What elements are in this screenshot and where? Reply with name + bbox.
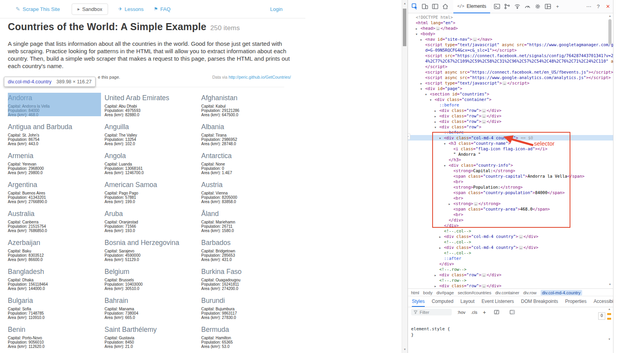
console-icon[interactable] (492, 2, 502, 11)
dom-tree-line[interactable]: </div> (408, 217, 613, 223)
dom-tree-line[interactable]: <script async src="https://connect.faceb… (408, 69, 613, 75)
dom-tree-line[interactable]: ▸<div class="col-md-4 country">…</div> (408, 245, 613, 250)
tab-computed[interactable]: Computed (432, 296, 453, 307)
expand-ellipsis-button[interactable]: … (482, 120, 486, 124)
tab-accessibility[interactable]: Accessibility (593, 296, 613, 307)
dom-tree-line[interactable]: ::after (408, 256, 613, 261)
new-style-rule-button[interactable]: + (483, 309, 486, 315)
dom-tree-line[interactable]: <span class="country-population">84000</… (408, 190, 613, 195)
element-style-rule-open[interactable]: element.style { (411, 326, 613, 332)
sources-icon[interactable] (502, 2, 512, 11)
more-tabs-button[interactable]: + (553, 4, 562, 9)
more-options-button[interactable]: ⋯ (584, 4, 593, 9)
expand-ellipsis-button[interactable]: … (519, 235, 523, 239)
dom-tree-line[interactable]: <!--.col--> (408, 228, 613, 234)
dom-tree-line[interactable]: ▸<script type="text/javascript">…</scrip… (408, 80, 613, 86)
dom-tree-line[interactable]: </h3> (408, 157, 613, 162)
activity-bar-icon[interactable] (430, 2, 440, 11)
nav-item-lessons[interactable]: ✈Lessons (118, 6, 143, 12)
dom-tree-line[interactable]: ▸<nav id="site-nav">…</nav> (408, 36, 613, 42)
styles-filter-input[interactable]: Filter (411, 309, 452, 315)
dom-tree-line[interactable]: <!--.row--> (408, 277, 613, 283)
breadcrumb-item[interactable]: section#countries (458, 290, 491, 295)
page-scrollbar[interactable]: ▲ ▼ (402, 0, 408, 353)
expand-ellipsis-button[interactable]: … (482, 109, 486, 113)
dom-tree-line[interactable]: 4%2C77%2C67%2C109%2C59%2C58%2C31%2C96%2C… (408, 58, 613, 64)
dom-tree-line[interactable]: <html lang="en"> (408, 20, 613, 25)
dom-tree-scrollbar[interactable]: ▲ ▼ (608, 14, 612, 287)
dom-tree-line[interactable]: <strong>Population:</strong> (408, 184, 613, 190)
expand-ellipsis-button[interactable]: … (474, 202, 478, 206)
dom-tree-line[interactable]: <!--.row--> (408, 267, 613, 272)
dom-tree-line[interactable]: <span class="country-area">468.0</span> (408, 206, 613, 212)
dom-tree-line[interactable]: ▾<div class="container"> (408, 97, 613, 102)
breadcrumb-item[interactable]: body (423, 290, 433, 295)
data-via-link[interactable]: http://peric.github.io/GetCountries/ (229, 75, 291, 79)
rendering-emulation-icon[interactable] (491, 308, 501, 317)
layout-icon[interactable] (543, 2, 553, 11)
dom-tree-line[interactable]: <br> (408, 212, 613, 217)
node-more-actions-button[interactable]: ⋯ (408, 133, 410, 140)
breadcrumb-item[interactable]: html (411, 290, 419, 295)
dom-tree-line[interactable]: ▸<div class="row">…</div> (408, 108, 613, 113)
dom-tree-line[interactable]: <!--.col--> (408, 250, 613, 256)
tab-dom-breakpoints[interactable]: DOM Breakpoints (521, 296, 558, 307)
brand-link[interactable]: ✎ Scrape This Site (16, 6, 60, 12)
tab-elements[interactable]: </> Elements (453, 0, 490, 13)
settings-icon[interactable] (532, 2, 543, 11)
close-devtools-button[interactable]: ✕ (603, 4, 613, 9)
scroll-down-icon[interactable]: ▼ (402, 347, 408, 352)
dom-tree-line[interactable]: ▸<div class="row">…</div> (408, 119, 613, 124)
dom-tree-line[interactable]: ▸<strong>…</strong> (408, 201, 613, 206)
breadcrumb-item[interactable]: div.row (523, 290, 536, 295)
dom-tree-line[interactable]: ▾<div id="page"> (408, 86, 613, 91)
expand-ellipsis-button[interactable]: … (482, 284, 486, 288)
breadcrumb-item[interactable]: div#page (437, 290, 454, 295)
dom-tree-line[interactable]: ::before (408, 130, 613, 135)
expand-ellipsis-button[interactable]: … (502, 81, 507, 85)
scroll-down-icon[interactable]: ▼ (608, 282, 612, 287)
dom-tree-line[interactable]: <script async src="https://www.google-an… (408, 75, 613, 80)
dom-tree-line[interactable]: ▾<body> (408, 31, 613, 36)
inspect-icon[interactable] (409, 2, 420, 11)
dom-tree-line[interactable]: ::before (408, 102, 613, 108)
page-scrollbar-thumb[interactable] (403, 9, 406, 46)
dom-tree-line[interactable]: ▸<div class="row">…</div> (408, 283, 613, 288)
class-toggle-button[interactable]: .cls (471, 310, 478, 315)
dom-tree-line[interactable]: <span class="country-capital">Andorra la… (408, 173, 613, 179)
dom-tree-line[interactable]: <br> (408, 179, 613, 184)
expand-arrow-icon[interactable]: ▸ (435, 284, 439, 288)
dom-tree-line[interactable]: </script> (408, 64, 613, 69)
dom-tree-line[interactable]: d=G-09N5RQCFG4&cx=c&_slc=1"></script> (408, 47, 613, 53)
dom-tree-line[interactable]: </div> (408, 223, 613, 228)
scroll-up-icon[interactable]: ▲ (402, 1, 408, 6)
dom-tree-line[interactable]: ▾<div class="country-info"> (408, 162, 613, 168)
dom-tree-line[interactable]: <i class="flag-icon flag-icon-ad"></i> (408, 146, 613, 151)
tab-styles[interactable]: Styles (412, 296, 425, 307)
expand-ellipsis-button[interactable]: … (436, 27, 440, 31)
dom-tree-line[interactable]: </div> (408, 261, 613, 267)
dom-tree-line[interactable]: <script src="https://connect.facebook.ne… (408, 53, 613, 58)
dom-tree-line[interactable]: <strong>Capital:</strong> (408, 168, 613, 173)
dom-tree-line[interactable]: ▸<div class="col-md-4 country">…</div> (408, 234, 613, 239)
breadcrumb-item[interactable]: div.col-md-4.country (541, 290, 582, 295)
expand-ellipsis-button[interactable]: … (482, 114, 486, 118)
expand-ellipsis-button[interactable]: … (482, 273, 486, 277)
scroll-up-icon[interactable]: ▲ (608, 14, 612, 18)
performance-icon[interactable] (522, 2, 532, 11)
dom-tree-line[interactable]: " Andorra " (408, 151, 613, 157)
dom-tree-line[interactable]: <br> (408, 195, 613, 201)
tab-properties[interactable]: Properties (565, 296, 587, 307)
dom-tree-line[interactable]: ▾<div class="row"> (408, 124, 613, 130)
device-emulation-icon[interactable] (420, 2, 430, 11)
login-link[interactable]: Login (270, 6, 283, 12)
dom-tree-line[interactable]: ▾<section id="countries"> (408, 91, 613, 97)
breadcrumb-item[interactable]: div.container (495, 290, 520, 295)
dom-tree-line[interactable]: <!DOCTYPE html> (408, 14, 613, 20)
pseudo-state-button[interactable]: :hov (457, 310, 465, 315)
computed-sidebar-icon[interactable] (507, 308, 517, 317)
expand-ellipsis-button[interactable]: … (519, 246, 523, 250)
dom-tree-line[interactable]: <script type="text/javascript" async src… (408, 42, 613, 47)
help-button[interactable]: ? (593, 4, 603, 9)
home-icon[interactable] (440, 2, 450, 11)
